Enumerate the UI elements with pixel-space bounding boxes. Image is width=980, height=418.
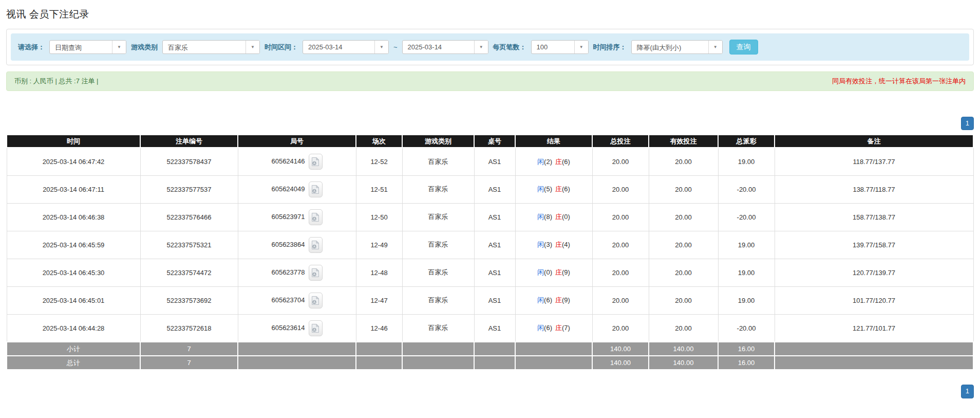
select-type-label: 请选择： <box>18 43 45 52</box>
page-size-select[interactable]: 100 ▼ <box>531 40 589 54</box>
result-player: 闲 <box>537 268 544 276</box>
column-header: 总投注 <box>592 135 649 148</box>
result-banker: 庄 <box>555 158 562 166</box>
cell-remark: 118.77/137.77 <box>775 148 973 175</box>
cell-game-type: 百家乐 <box>402 286 474 314</box>
cell-time: 2025-03-14 06:45:30 <box>7 259 140 286</box>
result-player: 闲 <box>537 241 544 248</box>
video-replay-button[interactable] <box>309 181 323 197</box>
result-player: 闲 <box>537 324 544 332</box>
cell-result: 闲(0)庄(9) <box>515 259 592 286</box>
filter-bar: 请选择： 日期查询 ▼ 游戏类别 百家乐 ▼ 时间区间： 2025-03-14 … <box>11 33 969 61</box>
subtotal-row: 小计 7 140.00 140.00 16.00 <box>7 342 973 356</box>
cell-valid-bet: 20.00 <box>649 175 718 203</box>
result-player-score: (5) <box>544 185 552 193</box>
cell-session: 12-46 <box>356 314 402 342</box>
result-banker-score: (6) <box>562 158 570 166</box>
cell-result: 闲(2)庄(6) <box>515 148 592 175</box>
result-player: 闲 <box>537 158 544 166</box>
cell-valid-bet: 20.00 <box>649 148 718 175</box>
cell-valid-bet: 20.00 <box>649 314 718 342</box>
game-type-select[interactable]: 百家乐 ▼ <box>162 40 260 54</box>
cell-total-bet: 20.00 <box>592 314 649 342</box>
round-number: 605623614 <box>271 324 305 332</box>
query-button[interactable]: 查询 <box>729 40 758 54</box>
date-from-select[interactable]: 2025-03-14 ▼ <box>303 40 389 54</box>
video-replay-button[interactable] <box>309 209 323 225</box>
round-number: 605623864 <box>271 241 305 248</box>
result-banker: 庄 <box>555 296 562 304</box>
cell-round-id: 605623614 <box>238 314 356 342</box>
cell-result: 闲(6)庄(9) <box>515 286 592 314</box>
column-header: 备注 <box>775 135 973 148</box>
cell-game-type: 百家乐 <box>402 259 474 286</box>
cell-time: 2025-03-14 06:45:01 <box>7 286 140 314</box>
date-to-select[interactable]: 2025-03-14 ▼ <box>402 40 488 54</box>
result-player-score: (6) <box>544 324 552 332</box>
date-range-separator: ~ <box>393 43 398 51</box>
cell-remark: 139.77/158.77 <box>775 231 973 259</box>
cell-session: 12-49 <box>356 231 402 259</box>
cell-payout: 19.00 <box>718 286 775 314</box>
result-banker: 庄 <box>555 213 562 221</box>
result-player: 闲 <box>537 185 544 193</box>
cell-total-bet: 20.00 <box>592 175 649 203</box>
time-sort-value: 降幂(由大到小) <box>632 41 687 53</box>
video-replay-button[interactable] <box>309 293 323 308</box>
round-number: 605623778 <box>271 268 305 276</box>
video-replay-button[interactable] <box>309 320 323 336</box>
cell-result: 闲(3)庄(4) <box>515 231 592 259</box>
game-type-value: 百家乐 <box>163 41 193 53</box>
date-from-value: 2025-03-14 <box>303 41 348 53</box>
cell-result: 闲(5)庄(6) <box>515 175 592 203</box>
summary-bar: 币别 : 人民币 | 总共 :7 注单 | 同局有效投注，统一计算在该局第一张注… <box>6 71 974 91</box>
table-row: 2025-03-14 06:45:30 522337574472 6056237… <box>7 259 973 286</box>
video-replay-button[interactable] <box>309 265 323 281</box>
cell-time: 2025-03-14 06:47:42 <box>7 148 140 175</box>
chevron-down-icon: ▼ <box>474 41 488 53</box>
cell-bet-id: 522337573692 <box>140 286 238 314</box>
cell-table-number: AS1 <box>474 259 515 286</box>
cell-total-bet: 20.00 <box>592 148 649 175</box>
table-row: 2025-03-14 06:47:11 522337577537 6056240… <box>7 175 973 203</box>
subtotal-label: 小计 <box>7 342 140 356</box>
cell-table-number: AS1 <box>474 203 515 231</box>
column-header: 游戏类别 <box>402 135 474 148</box>
cell-bet-id: 522337577537 <box>140 175 238 203</box>
query-type-select[interactable]: 日期查询 ▼ <box>49 40 126 54</box>
cell-table-number: AS1 <box>474 175 515 203</box>
cell-session: 12-48 <box>356 259 402 286</box>
cell-bet-id: 522337574472 <box>140 259 238 286</box>
result-player-score: (0) <box>544 268 552 276</box>
subtotal-total-bet: 140.00 <box>592 342 649 356</box>
cell-session: 12-51 <box>356 175 402 203</box>
cell-payout: 19.00 <box>718 231 775 259</box>
chevron-down-icon: ▼ <box>246 41 259 53</box>
result-banker-score: (9) <box>562 296 570 304</box>
page-1-button[interactable]: 1 <box>961 385 974 398</box>
cell-table-number: AS1 <box>474 286 515 314</box>
result-player: 闲 <box>537 296 544 304</box>
table-header-row: 时间注单编号局号场次游戏类别桌号结果总投注有效投注总派彩备注 <box>7 135 973 148</box>
cell-total-bet: 20.00 <box>592 286 649 314</box>
cell-time: 2025-03-14 06:46:38 <box>7 203 140 231</box>
chevron-down-icon: ▼ <box>574 41 588 53</box>
cell-valid-bet: 20.00 <box>649 259 718 286</box>
result-player: 闲 <box>537 213 544 221</box>
time-sort-select[interactable]: 降幂(由大到小) ▼ <box>631 40 723 54</box>
result-banker: 庄 <box>555 185 562 193</box>
column-header: 有效投注 <box>649 135 718 148</box>
result-banker: 庄 <box>555 268 562 276</box>
date-to-value: 2025-03-14 <box>403 41 447 53</box>
query-type-value: 日期查询 <box>50 41 87 53</box>
cell-total-bet: 20.00 <box>592 231 649 259</box>
cell-round-id: 605623704 <box>238 286 356 314</box>
table-row: 2025-03-14 06:45:01 522337573692 6056237… <box>7 286 973 314</box>
table-row: 2025-03-14 06:46:38 522337576466 6056239… <box>7 203 973 231</box>
grand-total-row: 总计 7 140.00 140.00 16.00 <box>7 356 973 370</box>
grand-total-count: 7 <box>140 356 238 370</box>
page-1-button[interactable]: 1 <box>961 117 974 130</box>
video-replay-button[interactable] <box>309 237 323 253</box>
result-banker-score: (7) <box>562 324 570 332</box>
video-replay-button[interactable] <box>309 154 323 170</box>
